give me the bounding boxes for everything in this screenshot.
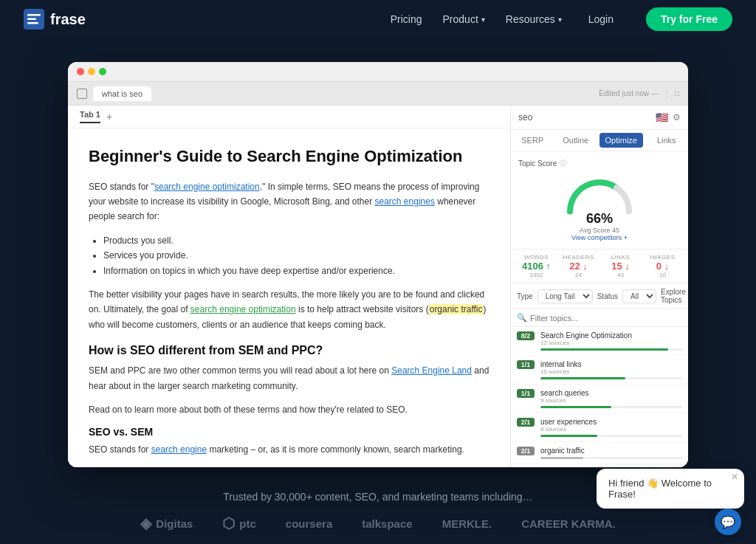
topic-score-badge: 1/1 (517, 389, 535, 398)
more-icon[interactable]: □ (675, 89, 679, 97)
search-bar: 🇺🇸 ⚙ (511, 106, 688, 130)
topic-score-badge: 8/2 (517, 331, 535, 340)
filter-topics-bar: 🔍 (511, 309, 688, 327)
topic-bar-fill (540, 377, 625, 379)
sidebar-toggle-icon[interactable] (77, 89, 87, 99)
svg-rect-1 (27, 14, 41, 16)
list-item: Services you provide. (103, 248, 489, 263)
topic-info: Search Engine Optimization 12 sources (540, 331, 682, 351)
avg-score: Avg Score 45 (580, 227, 619, 234)
down-arrow-icon-2: ↓ (625, 261, 630, 272)
brands-row: ◈ Digitas ⬡ ptc coursera talkspace MERKL… (0, 503, 756, 544)
tab-title: what is seo (102, 89, 142, 98)
keyword-input[interactable] (518, 112, 651, 123)
topic-bar-track (540, 435, 682, 437)
chat-close-button[interactable]: ✕ (731, 472, 738, 482)
right-tabs: SERP Outline Optimize Links (511, 130, 688, 151)
topic-item: 8/2 Search Engine Optimization 12 source… (511, 327, 688, 356)
bullet-list: Products you sell. Services you provide.… (89, 233, 489, 278)
seo-link-1[interactable]: search engine optimization (154, 182, 260, 192)
list-item: Information on topics in which you have … (103, 264, 489, 278)
topic-score-badge: 2/1 (517, 418, 535, 427)
topic-info: user experiences 8 sources (540, 418, 682, 437)
minimize-dot[interactable] (88, 68, 95, 75)
topic-score-label: Topic Score ⓘ (518, 159, 681, 168)
digitas-icon: ◈ (140, 514, 151, 532)
topic-bar-track (540, 348, 682, 351)
tab-optimize[interactable]: Optimize (599, 133, 643, 148)
svg-rect-3 (27, 22, 38, 24)
nav-product[interactable]: Product ▾ (443, 13, 485, 25)
navbar: frase Pricing Product ▾ Resources ▾ Logi… (0, 0, 756, 38)
chat-icon: 💬 (721, 515, 735, 529)
stats-row: WORDS 4106 ↑ 3302 HEADERS 22 ↓ 24 LINKS … (511, 249, 688, 283)
browser-tab-bar: what is seo Edited just now — ⋮ □ (68, 82, 688, 106)
filter-row: Type Long Tail Status All Explore Topics… (511, 283, 688, 309)
chat-widget-button[interactable]: 💬 (715, 509, 741, 535)
product-chevron-icon: ▾ (481, 16, 485, 24)
topic-item: 1/1 search queries 9 sources (511, 385, 688, 413)
logo[interactable]: frase (24, 9, 86, 30)
article-title: Beginner's Guide to Search Engine Optimi… (89, 146, 489, 168)
para-5: SEO stands for search engine marketing –… (89, 442, 489, 457)
seo-link-2[interactable]: search engine optimization (190, 304, 296, 314)
stat-headers: HEADERS 22 ↓ 24 (559, 254, 598, 278)
editor-body: Tab 1 + Beginner's Guide to Search Engin… (68, 106, 688, 467)
add-tab-button[interactable]: + (106, 111, 112, 123)
brand-label: Digitas (156, 517, 193, 530)
nav-pricing[interactable]: Pricing (391, 13, 422, 25)
ptc-icon: ⬡ (222, 514, 235, 532)
browser-tab[interactable]: what is seo (93, 86, 151, 101)
type-select[interactable]: Long Tail (537, 289, 593, 303)
browser-chrome (68, 62, 688, 82)
topic-bar-fill (540, 457, 583, 459)
settings-icon[interactable]: ⚙ (673, 112, 681, 123)
logo-text: frase (50, 11, 86, 28)
para-1: SEO stands for "search engine optimizati… (89, 179, 489, 224)
brand-label: CAREER KARMA. (521, 517, 616, 530)
topic-list: 8/2 Search Engine Optimization 12 source… (511, 327, 688, 467)
search-engines-link[interactable]: search engines (375, 196, 435, 207)
topic-item: 2/1 user experiences 8 sources (511, 413, 688, 442)
topic-score-badge: 2/1 (517, 447, 535, 455)
topic-item: 1/1 internal links 10 sources (511, 356, 688, 385)
topic-bar-fill (540, 348, 668, 351)
para-2: The better visibility your pages have in… (89, 287, 489, 332)
filter-topics-input[interactable] (530, 314, 682, 323)
editor-left-panel: Tab 1 + Beginner's Guide to Search Engin… (68, 106, 511, 467)
tab-links[interactable]: Links (645, 130, 689, 151)
list-item: Products you sell. (103, 233, 489, 248)
nav-login[interactable]: Login (588, 13, 614, 25)
gauge-svg (563, 173, 636, 217)
status-select[interactable]: All (622, 289, 656, 303)
editor-tab-1[interactable]: Tab 1 (80, 110, 100, 123)
topic-name: internal links (540, 360, 682, 368)
editor-tab-row: Tab 1 + (68, 106, 510, 128)
tab-serp[interactable]: SERP (511, 130, 554, 151)
heading-3: SEO vs. SEM (89, 426, 489, 438)
topic-sources: 12 sources (540, 340, 682, 346)
close-dot[interactable] (77, 68, 84, 75)
topic-bar-track (540, 377, 682, 379)
topic-name: search queries (540, 389, 682, 397)
share-icon[interactable]: ⋮ (663, 89, 670, 97)
heading-2: How is SEO different from SEM and PPC? (89, 344, 489, 357)
try-for-free-button[interactable]: Try for Free (646, 7, 732, 31)
maximize-dot[interactable] (99, 68, 106, 75)
view-competitors[interactable]: View competitors + (571, 234, 628, 241)
topic-sources: 10 sources (540, 368, 682, 375)
brand-coursera: coursera (286, 517, 332, 530)
search-engine-land-link[interactable]: Search Engine Land (391, 365, 472, 376)
tab-outline[interactable]: Outline (554, 130, 598, 151)
info-icon: ⓘ (560, 159, 566, 168)
topic-name: Search Engine Optimization (540, 331, 682, 340)
search-engine-link-2[interactable]: search engine (151, 444, 207, 455)
brand-career-karma: CAREER KARMA. (521, 517, 616, 530)
topic-bar-fill (540, 435, 597, 437)
nav-resources[interactable]: Resources ▾ (506, 13, 562, 25)
flag-icon: 🇺🇸 (656, 111, 668, 123)
explore-topics[interactable]: Explore Topics (661, 288, 686, 304)
browser-dots (77, 68, 106, 75)
chat-message: Hi friend 👋 Welcome to Frase! (608, 478, 712, 500)
topic-info: internal links 10 sources (540, 360, 682, 379)
